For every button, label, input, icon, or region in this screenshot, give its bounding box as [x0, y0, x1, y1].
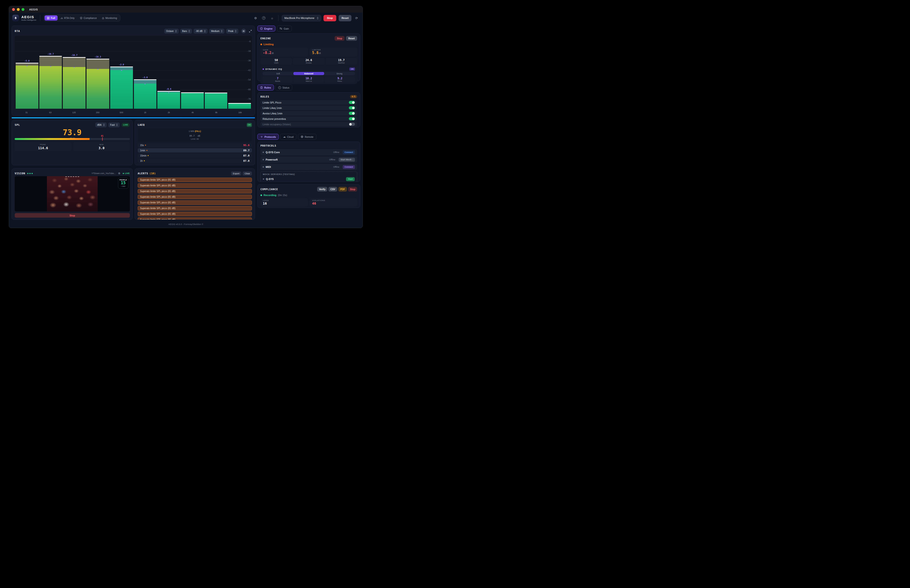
protocol-status: Offline [329, 158, 335, 161]
alert-item: Superato limite SPL picco (81 dB) [138, 178, 252, 182]
alerts-list: Superato limite SPL picco (81 dB)Superat… [138, 178, 252, 220]
compliance-card: COMPLIANCE Verify CSV PDF Stop Recording… [257, 184, 360, 208]
laeq-row-value: 87.0 [243, 159, 250, 162]
protocol-action-button[interactable]: Connect [343, 165, 355, 169]
tab-engine[interactable]: Engine [257, 26, 275, 31]
info-icon: i [278, 86, 281, 89]
vision-settings-icon[interactable]: ⚙ [118, 172, 120, 175]
tab-remote[interactable]: Remote [298, 134, 316, 140]
violations-value: 46 [312, 202, 355, 205]
settings-gear-icon[interactable]: ⚙ [254, 16, 257, 19]
rule-row: Limite SPL Picco [261, 100, 357, 105]
titlebar: AEGIS [9, 6, 363, 13]
microphone-select[interactable]: MacBook Pro Microphone [282, 15, 321, 21]
cloud-icon: ☁ [283, 135, 285, 138]
rule-toggle[interactable] [349, 123, 355, 126]
laeq-panel: LAEQ OK 1 MIN (FILL) 89.7 dB Limit: 95 1… [134, 120, 255, 165]
minimize-window-button[interactable] [17, 8, 19, 11]
engine-status: Limiting [264, 43, 274, 46]
spl-limit-label: 81 [101, 135, 104, 137]
rta-range-select[interactable]: -90 dB [194, 29, 207, 34]
protocol-action-button[interactable]: Start Mock ↓ [338, 158, 355, 162]
rule-toggle[interactable] [349, 101, 355, 104]
rta-band-31: -5.0 [15, 37, 39, 109]
rta-mode-select[interactable]: Peak [226, 29, 238, 34]
vision-status-dots [27, 173, 33, 174]
rta-band-125: -10.7 [62, 37, 86, 109]
tab-rules[interactable]: Rules [257, 84, 274, 90]
alerts-export-button[interactable]: Export [231, 171, 241, 176]
deq-on-badge[interactable]: ON [349, 68, 355, 71]
tab-status[interactable]: i Status [275, 84, 292, 90]
deq-mode-balanced[interactable]: Balanced [293, 72, 324, 75]
close-window-button[interactable] [12, 8, 15, 11]
laeq-row-value: 87.0 [243, 154, 250, 157]
deq-mode-strong[interactable]: Strong [324, 72, 355, 75]
rta-x-axis-labels: 31631252505001k2k4k8k16k [15, 111, 252, 114]
tab-gain[interactable]: Gain [277, 26, 292, 31]
tab-rta-only[interactable]: RTA Only [58, 15, 77, 21]
tab-compliance[interactable]: Compliance [78, 15, 99, 21]
rta-band-select[interactable]: Octave [164, 29, 179, 34]
rta-style-select[interactable]: Bars [180, 29, 192, 34]
mock-start-button[interactable]: Start [346, 177, 355, 181]
clipboard-check-icon [260, 86, 263, 89]
window-title: AEGIS [29, 8, 38, 11]
shield-check-icon [80, 17, 83, 19]
spl-live-badge: LIVE [121, 123, 130, 127]
rta-band-4k [181, 37, 204, 109]
compliance-stop-button[interactable]: Stop [348, 187, 357, 192]
help-icon[interactable]: ? [262, 16, 266, 19]
engine-reset-button[interactable]: Reset [346, 36, 357, 41]
global-reset-button[interactable]: Reset [338, 15, 351, 21]
rta-band-500: -2.9 [110, 37, 133, 109]
fullscreen-icon [249, 30, 252, 33]
compliance-csv-button[interactable]: CSV [329, 187, 337, 192]
spl-speed-select[interactable]: Fast [108, 123, 120, 128]
tab-monitoring[interactable]: ◎ Monitoring [100, 15, 120, 21]
vision-video-feed: PEOPLE 15 / 300 [15, 176, 130, 212]
resize-divider[interactable] [11, 117, 255, 118]
laeq-status-badge: OK [247, 123, 252, 127]
spl-peak-box: PEAK 114.6 [15, 142, 71, 151]
bar-marker [97, 69, 99, 70]
compliance-verify-button[interactable]: Verify [317, 187, 327, 192]
chevron-updown-icon [116, 124, 118, 126]
vision-stop-button[interactable]: Stop [15, 213, 130, 218]
zoom-window-button[interactable] [21, 8, 24, 11]
app-footer: AEGIS v0.5.0 - Formray/Skeldon © [9, 220, 363, 225]
global-stop-button[interactable]: Stop [324, 15, 336, 21]
alerts-clear-button[interactable]: Clear [243, 171, 252, 176]
main-content: RTA Octave Bars -90 dB Medium Peak -6-18… [9, 23, 363, 220]
compliance-pdf-button[interactable]: PDF [338, 187, 347, 192]
rule-toggle[interactable] [349, 112, 355, 115]
screen: AEGIS AEGIS Audio Intelligence Full RTA … [0, 0, 372, 240]
engine-stop-button[interactable]: Stop [335, 36, 345, 41]
protocol-action-button[interactable]: Connect [343, 150, 355, 154]
laeq-title: LAEQ [138, 123, 145, 126]
laeq-limit: Limit: 95 [191, 138, 199, 140]
protocol-name: Powersoft [266, 158, 278, 161]
tab-cloud[interactable]: ☁ Cloud [280, 134, 296, 140]
refresh-icon[interactable]: ⟳ [355, 16, 358, 19]
theme-sun-icon[interactable]: ☼ [270, 16, 274, 19]
deq-stat-riduz: 9.2Riduz. [325, 76, 355, 82]
rule-toggle[interactable] [349, 117, 355, 120]
tab-full[interactable]: Full [45, 15, 58, 21]
protocol-status: Offline [333, 151, 339, 153]
vision-source: YTDown.com_YouTube... [91, 172, 116, 174]
bar-marker [168, 92, 170, 93]
alert-item: Superato limite SPL picco (81 dB) [138, 212, 252, 216]
rta-pause-button[interactable] [241, 29, 246, 33]
protocol-status-dot [262, 159, 264, 160]
spl-weighting-select[interactable]: dBA [95, 123, 107, 128]
spl-meter-fill [15, 138, 89, 140]
chevron-updown-icon [317, 17, 319, 19]
tab-protocols[interactable]: Protocols [257, 134, 279, 140]
spl-value: 73.9 [15, 129, 130, 136]
rule-toggle[interactable] [349, 106, 355, 110]
deq-mode-soft[interactable]: Soft [263, 72, 293, 75]
rta-fullscreen-button[interactable] [249, 30, 252, 33]
rta-speed-select[interactable]: Medium [209, 29, 225, 34]
engine-card: ENGINE Stop Reset Limiting GAIN -8.2dB L… [257, 33, 360, 81]
